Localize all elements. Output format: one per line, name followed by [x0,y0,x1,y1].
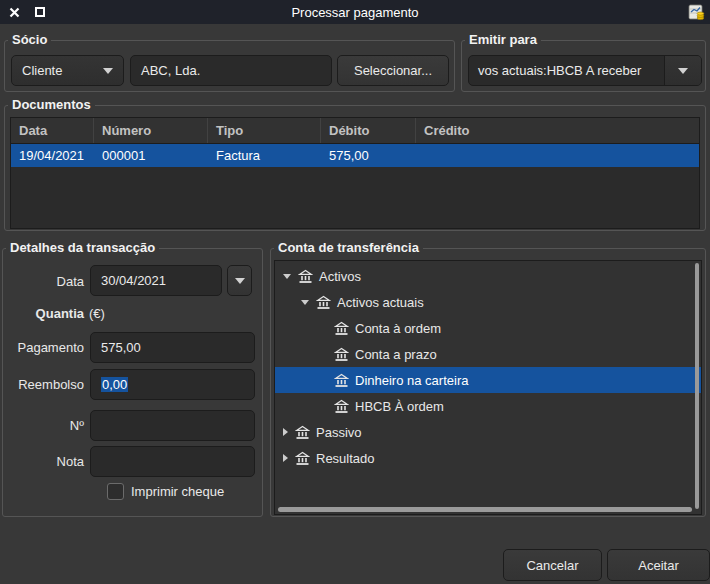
tree-item-activos-actuais[interactable]: Activos actuais [275,289,701,315]
payment-label: Pagamento [0,332,84,363]
chevron-down-icon [664,56,701,85]
date-label: Data [0,265,84,297]
tree-item-passivo[interactable]: Passivo [275,419,701,445]
post-to-account-value: vos actuais:HBCB A receber [469,63,664,78]
account-tree: Activos Activos actuais Conta à ordem Co… [274,260,702,515]
post-to-account-dropdown[interactable]: vos actuais:HBCB A receber [468,55,702,86]
number-field[interactable] [90,410,255,441]
bank-account-icon [334,347,349,362]
bank-account-icon [298,269,313,284]
table-row-selected[interactable]: 19/04/2021 000001 Factura 575,00 [11,144,699,167]
transaction-details-frame-label: Detalhes da transacção [6,240,159,255]
bank-account-icon [316,295,331,310]
bank-account-icon [334,373,349,388]
transfer-account-frame-label: Conta de transferência [274,240,423,255]
tree-item-conta-a-ordem[interactable]: Conta à ordem [275,315,701,341]
print-check-label[interactable]: Imprimir cheque [131,484,224,499]
bank-account-icon [334,321,349,336]
memo-field[interactable] [90,446,255,477]
cell-debito: 575,00 [321,144,416,167]
payment-value: 575,00 [101,340,141,355]
cancel-button[interactable]: Cancelar [503,549,602,581]
refund-field[interactable]: 0,00 [90,369,255,400]
partner-type-dropdown[interactable]: Cliente [11,55,124,86]
tree-item-hbcb-a-ordem[interactable]: HBCB À ordem [275,393,701,419]
memo-label: Nota [0,446,84,477]
documents-frame-label: Documentos [8,97,95,112]
documents-table-header: Data Número Tipo Débito Crédito [11,118,699,144]
partner-frame: Sócio Cliente ABC, Lda. Seleccionar... [4,40,455,92]
date-picker-button[interactable] [227,265,252,296]
date-value: 30/04/2021 [101,273,166,288]
tree-item-dinheiro-na-carteira[interactable]: Dinheiro na carteira [275,367,701,393]
tree-item-conta-a-prazo[interactable]: Conta a prazo [275,341,701,367]
cell-credito [416,144,699,167]
cell-tipo: Factura [208,144,321,167]
column-header-credito[interactable]: Crédito [416,118,699,143]
payment-field[interactable]: 575,00 [90,332,255,363]
tree-item-resultado[interactable]: Resultado [275,445,701,471]
partner-name-value: ABC, Lda. [141,63,200,78]
amount-unit: (€) [89,303,105,323]
documents-table: Data Número Tipo Débito Crédito 19/04/20… [10,117,700,229]
chevron-down-icon [235,278,245,284]
partner-type-value: Cliente [22,63,103,78]
bank-account-icon [295,425,310,440]
chevron-collapsed-icon[interactable] [283,454,288,462]
bank-account-icon [334,399,349,414]
refund-value-selected: 0,00 [101,377,128,392]
accept-button[interactable]: Aceitar [607,549,710,581]
refund-label: Reembolso [0,369,84,400]
cell-numero: 000001 [94,144,208,167]
post-to-frame: Emitir para vos actuais:HBCB A receber [461,40,706,92]
number-label: Nº [0,410,84,441]
column-header-numero[interactable]: Número [94,118,208,143]
vertical-scrollbar[interactable] [695,263,699,509]
amount-label: Quantia [0,303,84,323]
cell-data: 19/04/2021 [11,144,94,167]
tree-item-activos[interactable]: Activos [275,263,701,289]
chevron-expanded-icon[interactable] [301,300,309,305]
window-title: Processar pagamento [0,5,710,20]
chevron-collapsed-icon[interactable] [283,428,288,436]
print-check-checkbox[interactable] [107,483,124,500]
partner-frame-label: Sócio [8,32,51,47]
gnucash-app-icon [688,4,705,21]
chevron-expanded-icon[interactable] [283,274,291,279]
column-header-debito[interactable]: Débito [321,118,416,143]
print-check-row: Imprimir cheque [107,483,224,500]
select-partner-button[interactable]: Seleccionar... [337,55,449,86]
partner-name-field[interactable]: ABC, Lda. [130,55,332,86]
chevron-down-icon [103,68,113,74]
column-header-data[interactable]: Data [11,118,94,143]
date-field[interactable]: 30/04/2021 [90,265,222,296]
titlebar: Processar pagamento [0,0,710,24]
horizontal-scrollbar[interactable] [278,507,692,512]
process-payment-dialog: Processar pagamento Sócio Cliente ABC, L… [0,0,710,584]
bank-account-icon [295,451,310,466]
post-to-frame-label: Emitir para [465,32,541,47]
column-header-tipo[interactable]: Tipo [208,118,321,143]
